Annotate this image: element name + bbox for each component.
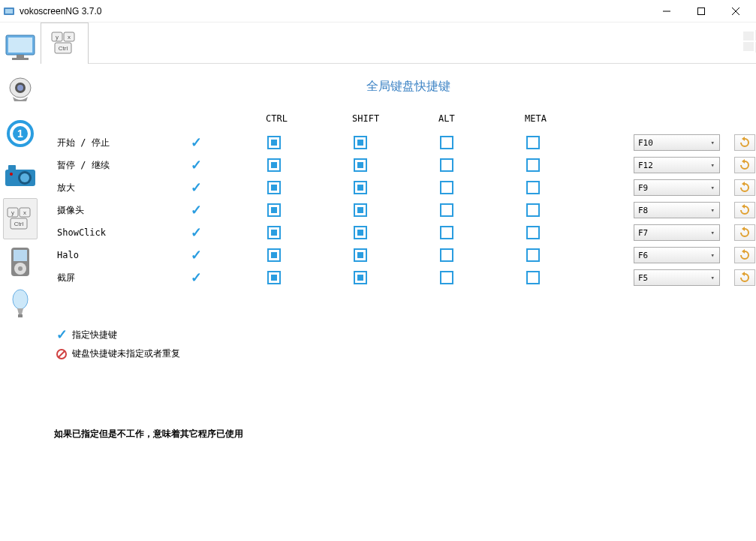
svg-rect-9 [12,58,29,60]
sidebar-tab-webcam[interactable] [3,70,38,111]
svg-rect-1 [5,9,13,14]
app-icon [3,5,15,17]
shortcut-row: 放大✓F9 [56,176,756,199]
ctrl-checkbox[interactable] [267,181,281,194]
key-dropdown[interactable]: F9 [634,179,720,196]
check-icon: ✓ [191,134,202,151]
shortcut-row: 截屏✓F5 [56,266,756,289]
meta-checkbox[interactable] [526,226,540,239]
assigned-indicator: ✓ [183,157,266,173]
shortcut-row: 摄像头✓F8 [56,199,756,221]
svg-line-44 [59,351,65,357]
key-dropdown[interactable]: F12 [634,157,720,173]
svg-rect-17 [8,165,16,171]
reset-button[interactable] [734,134,755,151]
key-dropdown[interactable]: F5 [634,269,720,286]
ctrl-checkbox[interactable] [267,158,281,172]
ctrl-checkbox[interactable] [267,271,281,284]
shortcut-label: 放大 [56,182,183,194]
alt-checkbox[interactable] [440,226,453,239]
svg-point-31 [13,290,28,309]
key-dropdown[interactable]: F10 [634,134,720,151]
shift-checkbox[interactable] [354,158,367,172]
meta-checkbox[interactable] [526,181,540,194]
shortcut-row: 暂停 / 继续✓F12 [56,154,756,176]
shortcut-label: 截屏 [56,272,183,284]
meta-checkbox[interactable] [526,248,540,262]
shortcut-row: 开始 / 停止✓F10 [56,131,756,154]
reset-button[interactable] [734,202,755,218]
alt-checkbox[interactable] [440,181,453,194]
alt-checkbox[interactable] [440,158,453,172]
reset-button[interactable] [734,247,755,263]
key-dropdown[interactable]: F6 [634,247,720,263]
ctrl-checkbox[interactable] [267,136,281,149]
assigned-indicator: ✓ [183,134,266,151]
sidebar-tab-screen[interactable] [3,27,38,68]
shift-checkbox[interactable] [354,248,367,262]
ctrl-checkbox[interactable] [267,248,281,262]
reset-button[interactable] [734,269,755,286]
legend-conflict-label: 键盘快捷键未指定或者重复 [72,347,180,360]
shortcut-row: ShowClick✓F7 [56,221,756,244]
shift-checkbox[interactable] [354,203,367,217]
meta-checkbox[interactable] [526,136,540,149]
minimize-button[interactable] [649,0,684,23]
check-icon: ✓ [191,157,202,173]
header-alt: ALT [438,113,525,124]
check-icon: ✓ [191,224,202,241]
alt-checkbox[interactable] [440,271,453,284]
key-dropdown[interactable]: F8 [634,202,720,218]
reset-button[interactable] [734,224,755,241]
svg-rect-28 [14,250,27,261]
footnote: 如果已指定但是不工作，意味着其它程序已使用 [54,428,756,440]
window-controls [649,0,753,23]
sidebar-tab-shortcuts[interactable]: yxCtrl [3,198,38,239]
svg-text:x: x [23,209,26,216]
legend-assigned: ✓ 指定快捷键 [54,326,756,343]
shortcut-label: 摄像头 [56,204,183,217]
svg-point-20 [10,173,13,176]
header-shift: SHIFT [352,113,438,124]
alt-checkbox[interactable] [440,248,453,262]
check-icon: ✓ [191,179,202,196]
meta-checkbox[interactable] [526,158,540,172]
svg-text:x: x [68,34,71,41]
svg-text:y: y [11,209,14,216]
shift-checkbox[interactable] [354,271,367,284]
meta-checkbox[interactable] [526,271,540,284]
reset-button[interactable] [734,179,755,196]
close-button[interactable] [718,0,753,23]
shift-checkbox[interactable] [354,181,367,194]
sidebar-tab-countdown[interactable]: 1 [3,113,38,154]
grid-header: CTRL SHIFT ALT META [56,113,756,124]
assigned-indicator: ✓ [183,247,266,263]
legend-assigned-label: 指定快捷键 [72,329,117,341]
alt-checkbox[interactable] [440,136,453,149]
sidebar-tab-camera[interactable] [3,155,38,197]
header-ctrl: CTRL [266,113,352,124]
svg-text:Ctrl: Ctrl [59,45,68,52]
maximize-button[interactable] [684,0,718,23]
check-icon: ✓ [191,247,202,263]
meta-checkbox[interactable] [526,203,540,217]
svg-rect-7 [8,38,32,53]
sidebar-tab-player[interactable] [3,241,38,282]
alt-checkbox[interactable] [440,203,453,217]
svg-rect-8 [17,55,24,58]
svg-text:1: 1 [17,128,23,140]
reset-button[interactable] [734,157,755,173]
shift-checkbox[interactable] [354,226,367,239]
svg-point-19 [20,173,29,182]
sidebar-tab-info[interactable] [3,284,38,325]
shift-checkbox[interactable] [354,136,367,149]
ctrl-checkbox[interactable] [267,203,281,217]
page-title: 全局键盘快捷键 [41,79,756,95]
windows-logo-icon [742,29,756,58]
header-meta: META [525,113,611,124]
key-dropdown[interactable]: F7 [634,224,720,241]
sub-tab-shortcuts[interactable]: yxCtrl [41,23,89,64]
main-panel: yxCtrl 全局键盘快捷键 CTRL SHIFT ALT META 开始 / … [41,23,756,541]
ctrl-checkbox[interactable] [267,226,281,239]
window-title: vokoscreenNG 3.7.0 [20,6,649,17]
